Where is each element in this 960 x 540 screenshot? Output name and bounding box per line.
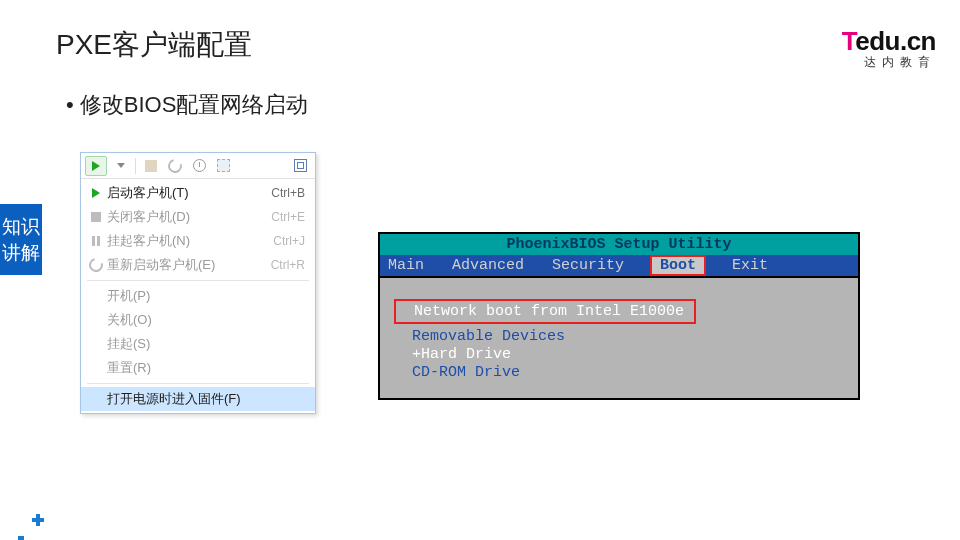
menu-label: 关机(O) [107, 311, 305, 329]
restart-icon [86, 255, 105, 274]
logo-letter: T [842, 26, 855, 56]
clock-icon [193, 159, 206, 172]
menu-label: 关闭客户机(D) [107, 208, 271, 226]
bios-menu-bar: Main Advanced Security Boot Exit [380, 255, 858, 278]
boot-item-network[interactable]: Network boot from Intel E1000e [394, 299, 696, 324]
bios-tab-exit[interactable]: Exit [730, 257, 770, 274]
menu-label: 开机(P) [107, 287, 305, 305]
bios-tab-security[interactable]: Security [550, 257, 626, 274]
play-icon [92, 188, 100, 198]
toolbar-btn-box[interactable] [140, 156, 162, 176]
toolbar-btn-clock[interactable] [188, 156, 210, 176]
menu-shortcut: Ctrl+R [271, 258, 305, 272]
menu-toolbar [81, 153, 315, 179]
menu-item-reset[interactable]: 重置(R) [81, 356, 315, 380]
menu-label: 重新启动客户机(E) [107, 256, 271, 274]
play-button[interactable] [85, 156, 107, 176]
pause-icon [92, 236, 100, 246]
boot-item-removable[interactable]: Removable Devices [394, 328, 844, 345]
chevron-down-icon [117, 163, 125, 168]
play-icon [92, 161, 100, 171]
dropdown-chevron[interactable] [109, 156, 131, 176]
power-menu-window: 启动客户机(T) Ctrl+B 关闭客户机(D) Ctrl+E 挂起客户机(N)… [80, 152, 316, 414]
menu-item-power-off[interactable]: 关机(O) [81, 308, 315, 332]
menu-item-shutdown-guest[interactable]: 关闭客户机(D) Ctrl+E [81, 205, 315, 229]
boot-item-hard-drive[interactable]: +Hard Drive [394, 346, 844, 363]
menu-item-power-on-simple[interactable]: 开机(P) [81, 284, 315, 308]
bios-tab-advanced[interactable]: Advanced [450, 257, 526, 274]
bios-body: Network boot from Intel E1000e Removable… [380, 278, 858, 390]
menu-label: 挂起(S) [107, 335, 305, 353]
bios-tab-main[interactable]: Main [386, 257, 426, 274]
bios-title: PhoenixBIOS Setup Utility [380, 234, 858, 255]
menu-item-suspend-guest[interactable]: 挂起客户机(N) Ctrl+J [81, 229, 315, 253]
menu-separator [87, 383, 309, 384]
bullet-text: 修改BIOS配置网络启动 [66, 90, 308, 120]
toolbar-btn-snapshot[interactable] [212, 156, 234, 176]
boot-item-cdrom[interactable]: CD-ROM Drive [394, 364, 844, 381]
menu-label: 重置(R) [107, 359, 305, 377]
sidebar-tab-knowledge: 知识讲解 [0, 204, 42, 275]
refresh-icon [165, 156, 184, 175]
menu-item-restart-guest[interactable]: 重新启动客户机(E) Ctrl+R [81, 253, 315, 277]
menu-separator [87, 280, 309, 281]
menu-label: 打开电源时进入固件(F) [107, 390, 305, 408]
toolbar-separator [135, 158, 136, 174]
brand-logo: Tedu.cn 达内教育 [842, 28, 936, 68]
menu-shortcut: Ctrl+J [273, 234, 305, 248]
logo-rest: edu.cn [855, 26, 936, 56]
menu-list: 启动客户机(T) Ctrl+B 关闭客户机(D) Ctrl+E 挂起客户机(N)… [81, 179, 315, 413]
menu-shortcut: Ctrl+B [271, 186, 305, 200]
menu-item-power-on[interactable]: 启动客户机(T) Ctrl+B [81, 181, 315, 205]
menu-label: 挂起客户机(N) [107, 232, 273, 250]
slide-title: PXE客户端配置 [56, 26, 252, 64]
toolbar-btn-refresh[interactable] [164, 156, 186, 176]
bios-window: PhoenixBIOS Setup Utility Main Advanced … [378, 232, 860, 400]
menu-item-suspend[interactable]: 挂起(S) [81, 332, 315, 356]
menu-item-enter-firmware[interactable]: 打开电源时进入固件(F) [81, 387, 315, 411]
fullscreen-icon [294, 159, 307, 172]
menu-label: 启动客户机(T) [107, 184, 271, 202]
box-icon [145, 160, 157, 172]
toolbar-btn-fullscreen[interactable] [289, 156, 311, 176]
logo-subtitle: 达内教育 [842, 56, 936, 68]
snapshot-icon [217, 159, 230, 172]
stop-icon [91, 212, 101, 222]
bios-tab-boot[interactable]: Boot [650, 255, 706, 276]
menu-shortcut: Ctrl+E [271, 210, 305, 224]
